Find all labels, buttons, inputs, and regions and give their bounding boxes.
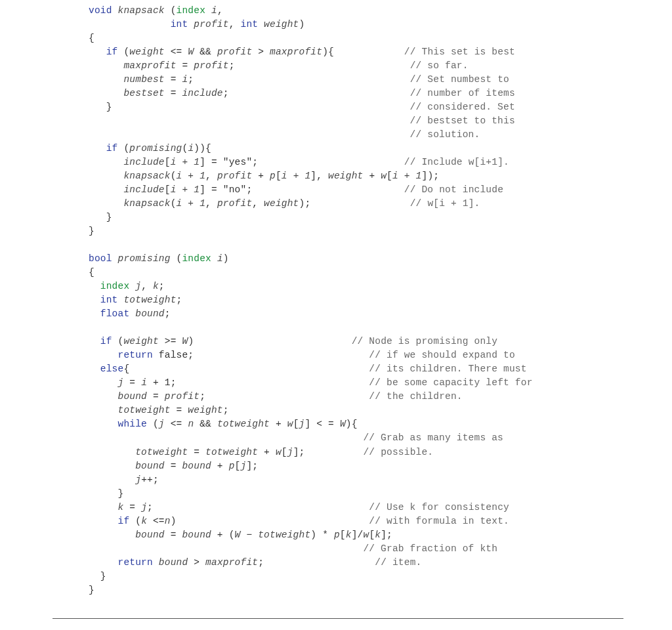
id: bound: [159, 557, 188, 568]
id: profit: [217, 171, 252, 181]
id: i + 1: [282, 171, 311, 181]
kw-if: if: [118, 516, 130, 526]
id: j: [135, 281, 141, 291]
id: i: [188, 143, 194, 154]
id: k: [118, 502, 124, 513]
id: knapsack: [123, 171, 170, 181]
id: numbest: [123, 74, 164, 85]
comment: // item.: [375, 557, 421, 568]
kw-int: int: [171, 19, 188, 30]
op: =: [211, 184, 217, 195]
id: k: [141, 516, 147, 526]
id: w: [287, 419, 293, 429]
type-index: index: [177, 5, 206, 16]
op: <=: [171, 47, 182, 57]
id: i: [182, 74, 188, 85]
kw-while: while: [118, 419, 148, 429]
id: profit: [217, 47, 252, 57]
id: n: [188, 419, 194, 429]
type-index: index: [100, 281, 130, 291]
id: maxprofit: [205, 557, 258, 568]
comment: // if we should expand to: [369, 350, 515, 360]
op: &&: [200, 47, 211, 57]
id: include: [123, 184, 164, 195]
kw-float: float: [100, 308, 130, 319]
op: =: [182, 60, 188, 71]
comment: // considered. Set: [410, 102, 515, 112]
id: bound: [135, 461, 165, 471]
id: i + 1: [171, 184, 200, 195]
str: "yes": [223, 157, 253, 167]
id: p: [334, 530, 340, 540]
id: totweight: [258, 530, 310, 540]
comment: // Grab fraction of kth: [363, 543, 497, 554]
op: =: [171, 74, 177, 85]
id: W: [182, 336, 188, 346]
op: =: [171, 88, 177, 98]
id: j: [118, 377, 124, 388]
id: p: [229, 461, 235, 471]
kw-int: int: [240, 19, 258, 30]
id: i + 1: [177, 198, 206, 209]
id: j: [159, 419, 165, 429]
id: i + 1: [171, 157, 200, 167]
code-listing: void knapsack (index i, int profit, int …: [0, 0, 594, 597]
id: j: [135, 474, 141, 485]
id: W: [235, 530, 241, 540]
id: k: [153, 281, 159, 291]
id: profit: [165, 391, 200, 402]
kw-int: int: [100, 295, 118, 305]
comment: // Include w[i+1].: [404, 157, 509, 167]
id: include: [182, 88, 222, 98]
id: totweight: [135, 447, 188, 457]
comment: // possible.: [363, 447, 433, 457]
comment: // This set is best: [404, 47, 515, 57]
kw-bool: bool: [89, 253, 112, 264]
id: weight: [129, 47, 164, 57]
arg: i: [211, 5, 217, 16]
arg: i: [217, 253, 223, 264]
id: j: [299, 419, 305, 429]
id: bestset: [123, 88, 164, 98]
id: include: [123, 157, 164, 167]
arg: weight: [264, 19, 299, 30]
comment: // its children. There must: [369, 364, 526, 374]
id: i: [141, 377, 147, 388]
id: knapsack: [123, 198, 170, 209]
id: maxprofit: [270, 47, 322, 57]
comment: // Set numbest to: [410, 74, 509, 85]
id: w: [276, 447, 282, 457]
id: n: [165, 516, 171, 526]
kw-return: return: [118, 350, 153, 360]
id: bound: [135, 308, 165, 319]
op: >: [258, 47, 264, 57]
id: w: [363, 530, 369, 540]
id: weight: [188, 405, 222, 415]
kw-void: void: [89, 5, 112, 16]
id: j: [141, 502, 147, 513]
id: totweight: [118, 405, 171, 415]
op: <=: [171, 419, 182, 429]
id: totweight: [205, 447, 258, 457]
fn-name: knapsack: [118, 5, 165, 16]
comment: // bestset to this: [410, 116, 515, 126]
id: weight: [123, 336, 158, 346]
comment: // Use k for consistency: [369, 502, 509, 513]
id: profit: [217, 198, 252, 209]
type-index: index: [182, 253, 211, 264]
comment: // w[i + 1].: [410, 198, 480, 209]
id: promising: [129, 143, 182, 154]
id: bound: [135, 530, 165, 540]
kw-else: else: [100, 364, 124, 374]
kw-if: if: [106, 47, 118, 57]
id: maxprofit: [123, 60, 176, 71]
id: j: [287, 447, 293, 457]
id: p: [270, 171, 276, 181]
id: totweight: [123, 295, 176, 305]
id: k: [375, 530, 381, 540]
kw-if: if: [100, 336, 112, 346]
id: weight: [264, 198, 299, 209]
id: bound: [118, 391, 148, 402]
str: "no": [223, 184, 247, 195]
comment: // Node is promising only: [352, 336, 498, 346]
